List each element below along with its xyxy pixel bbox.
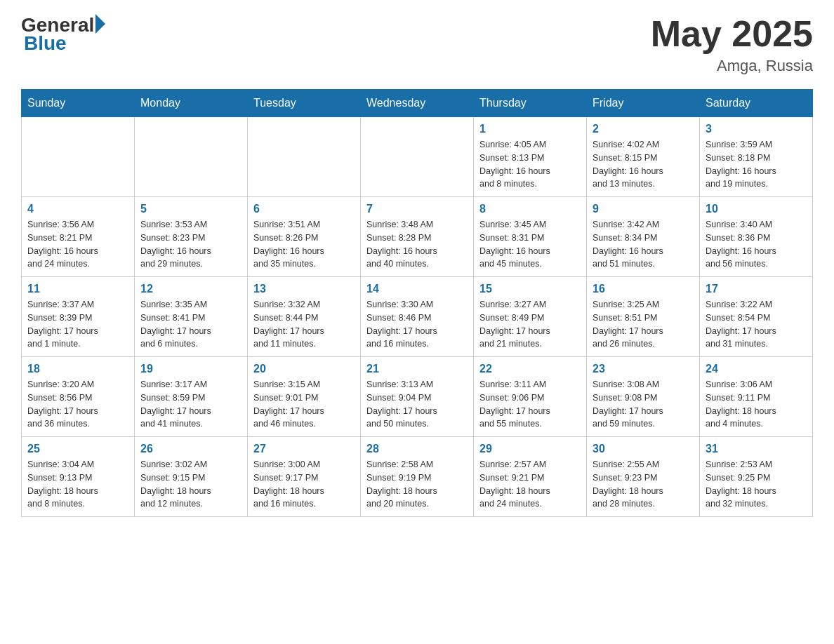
day-number-15: 15 <box>479 283 581 295</box>
day-cell-9: 9Sunrise: 3:42 AM Sunset: 8:34 PM Daylig… <box>587 197 700 277</box>
day-number-21: 21 <box>366 363 468 375</box>
week-row-2: 4Sunrise: 3:56 AM Sunset: 8:21 PM Daylig… <box>22 197 813 277</box>
day-info-26: Sunrise: 3:02 AM Sunset: 9:15 PM Dayligh… <box>140 458 241 511</box>
day-info-16: Sunrise: 3:25 AM Sunset: 8:51 PM Dayligh… <box>593 298 694 351</box>
day-info-4: Sunrise: 3:56 AM Sunset: 8:21 PM Dayligh… <box>27 218 128 271</box>
week-row-3: 11Sunrise: 3:37 AM Sunset: 8:39 PM Dayli… <box>22 277 813 357</box>
day-info-7: Sunrise: 3:48 AM Sunset: 8:28 PM Dayligh… <box>366 218 468 271</box>
column-header-friday: Friday <box>587 90 700 117</box>
day-cell-17: 17Sunrise: 3:22 AM Sunset: 8:54 PM Dayli… <box>700 277 813 357</box>
month-year-title: May 2025 <box>651 14 813 54</box>
day-number-24: 24 <box>706 363 807 375</box>
week-row-1: 1Sunrise: 4:05 AM Sunset: 8:13 PM Daylig… <box>22 117 813 197</box>
column-header-thursday: Thursday <box>474 90 587 117</box>
day-number-23: 23 <box>593 363 694 375</box>
week-row-5: 25Sunrise: 3:04 AM Sunset: 9:13 PM Dayli… <box>22 437 813 517</box>
day-info-12: Sunrise: 3:35 AM Sunset: 8:41 PM Dayligh… <box>140 298 241 351</box>
day-info-15: Sunrise: 3:27 AM Sunset: 8:49 PM Dayligh… <box>479 298 581 351</box>
day-cell-8: 8Sunrise: 3:45 AM Sunset: 8:31 PM Daylig… <box>474 197 587 277</box>
day-number-22: 22 <box>479 363 581 375</box>
logo-triangle-icon <box>95 14 105 34</box>
day-info-31: Sunrise: 2:53 AM Sunset: 9:25 PM Dayligh… <box>706 458 807 511</box>
day-cell-21: 21Sunrise: 3:13 AM Sunset: 9:04 PM Dayli… <box>361 357 474 437</box>
day-info-9: Sunrise: 3:42 AM Sunset: 8:34 PM Dayligh… <box>593 218 694 271</box>
day-number-4: 4 <box>27 203 128 215</box>
day-info-25: Sunrise: 3:04 AM Sunset: 9:13 PM Dayligh… <box>27 458 128 511</box>
column-header-saturday: Saturday <box>700 90 813 117</box>
calendar-header-row: SundayMondayTuesdayWednesdayThursdayFrid… <box>22 90 813 117</box>
column-header-sunday: Sunday <box>22 90 135 117</box>
day-cell-19: 19Sunrise: 3:17 AM Sunset: 8:59 PM Dayli… <box>135 357 248 437</box>
day-cell-22: 22Sunrise: 3:11 AM Sunset: 9:06 PM Dayli… <box>474 357 587 437</box>
week-row-4: 18Sunrise: 3:20 AM Sunset: 8:56 PM Dayli… <box>22 357 813 437</box>
day-cell-11: 11Sunrise: 3:37 AM Sunset: 8:39 PM Dayli… <box>22 277 135 357</box>
day-info-18: Sunrise: 3:20 AM Sunset: 8:56 PM Dayligh… <box>27 378 128 431</box>
empty-cell <box>22 117 135 197</box>
day-cell-26: 26Sunrise: 3:02 AM Sunset: 9:15 PM Dayli… <box>135 437 248 517</box>
logo-blue-text: Blue <box>24 32 67 55</box>
day-info-3: Sunrise: 3:59 AM Sunset: 8:18 PM Dayligh… <box>706 138 807 191</box>
day-info-19: Sunrise: 3:17 AM Sunset: 8:59 PM Dayligh… <box>140 378 241 431</box>
day-cell-29: 29Sunrise: 2:57 AM Sunset: 9:21 PM Dayli… <box>474 437 587 517</box>
day-info-27: Sunrise: 3:00 AM Sunset: 9:17 PM Dayligh… <box>253 458 355 511</box>
day-info-29: Sunrise: 2:57 AM Sunset: 9:21 PM Dayligh… <box>479 458 581 511</box>
day-info-22: Sunrise: 3:11 AM Sunset: 9:06 PM Dayligh… <box>479 378 581 431</box>
day-number-3: 3 <box>706 123 807 135</box>
day-number-10: 10 <box>706 203 807 215</box>
title-section: May 2025 Amga, Russia <box>651 14 813 75</box>
day-number-16: 16 <box>593 283 694 295</box>
day-info-20: Sunrise: 3:15 AM Sunset: 9:01 PM Dayligh… <box>253 378 355 431</box>
day-cell-7: 7Sunrise: 3:48 AM Sunset: 8:28 PM Daylig… <box>361 197 474 277</box>
day-number-14: 14 <box>366 283 468 295</box>
empty-cell <box>248 117 361 197</box>
column-header-monday: Monday <box>135 90 248 117</box>
page-header: General Blue May 2025 Amga, Russia <box>21 14 813 75</box>
day-info-28: Sunrise: 2:58 AM Sunset: 9:19 PM Dayligh… <box>366 458 468 511</box>
day-cell-20: 20Sunrise: 3:15 AM Sunset: 9:01 PM Dayli… <box>248 357 361 437</box>
day-info-14: Sunrise: 3:30 AM Sunset: 8:46 PM Dayligh… <box>366 298 468 351</box>
day-cell-13: 13Sunrise: 3:32 AM Sunset: 8:44 PM Dayli… <box>248 277 361 357</box>
empty-cell <box>361 117 474 197</box>
day-cell-30: 30Sunrise: 2:55 AM Sunset: 9:23 PM Dayli… <box>587 437 700 517</box>
day-cell-28: 28Sunrise: 2:58 AM Sunset: 9:19 PM Dayli… <box>361 437 474 517</box>
day-number-1: 1 <box>479 123 581 135</box>
day-cell-1: 1Sunrise: 4:05 AM Sunset: 8:13 PM Daylig… <box>474 117 587 197</box>
day-cell-25: 25Sunrise: 3:04 AM Sunset: 9:13 PM Dayli… <box>22 437 135 517</box>
day-number-18: 18 <box>27 363 128 375</box>
day-info-21: Sunrise: 3:13 AM Sunset: 9:04 PM Dayligh… <box>366 378 468 431</box>
day-number-20: 20 <box>253 363 355 375</box>
day-number-17: 17 <box>706 283 807 295</box>
day-cell-14: 14Sunrise: 3:30 AM Sunset: 8:46 PM Dayli… <box>361 277 474 357</box>
day-info-11: Sunrise: 3:37 AM Sunset: 8:39 PM Dayligh… <box>27 298 128 351</box>
day-info-2: Sunrise: 4:02 AM Sunset: 8:15 PM Dayligh… <box>593 138 694 191</box>
day-number-28: 28 <box>366 443 468 455</box>
empty-cell <box>135 117 248 197</box>
day-cell-10: 10Sunrise: 3:40 AM Sunset: 8:36 PM Dayli… <box>700 197 813 277</box>
calendar-table: SundayMondayTuesdayWednesdayThursdayFrid… <box>21 89 813 517</box>
day-cell-18: 18Sunrise: 3:20 AM Sunset: 8:56 PM Dayli… <box>22 357 135 437</box>
day-info-23: Sunrise: 3:08 AM Sunset: 9:08 PM Dayligh… <box>593 378 694 431</box>
day-info-30: Sunrise: 2:55 AM Sunset: 9:23 PM Dayligh… <box>593 458 694 511</box>
day-number-26: 26 <box>140 443 241 455</box>
day-info-24: Sunrise: 3:06 AM Sunset: 9:11 PM Dayligh… <box>706 378 807 431</box>
day-number-5: 5 <box>140 203 241 215</box>
day-cell-23: 23Sunrise: 3:08 AM Sunset: 9:08 PM Dayli… <box>587 357 700 437</box>
column-header-wednesday: Wednesday <box>361 90 474 117</box>
day-cell-31: 31Sunrise: 2:53 AM Sunset: 9:25 PM Dayli… <box>700 437 813 517</box>
day-cell-12: 12Sunrise: 3:35 AM Sunset: 8:41 PM Dayli… <box>135 277 248 357</box>
day-info-1: Sunrise: 4:05 AM Sunset: 8:13 PM Dayligh… <box>479 138 581 191</box>
day-number-25: 25 <box>27 443 128 455</box>
day-number-8: 8 <box>479 203 581 215</box>
day-number-30: 30 <box>593 443 694 455</box>
location-subtitle: Amga, Russia <box>651 57 813 75</box>
day-info-17: Sunrise: 3:22 AM Sunset: 8:54 PM Dayligh… <box>706 298 807 351</box>
day-info-8: Sunrise: 3:45 AM Sunset: 8:31 PM Dayligh… <box>479 218 581 271</box>
day-cell-16: 16Sunrise: 3:25 AM Sunset: 8:51 PM Dayli… <box>587 277 700 357</box>
day-cell-15: 15Sunrise: 3:27 AM Sunset: 8:49 PM Dayli… <box>474 277 587 357</box>
column-header-tuesday: Tuesday <box>248 90 361 117</box>
day-number-29: 29 <box>479 443 581 455</box>
day-info-5: Sunrise: 3:53 AM Sunset: 8:23 PM Dayligh… <box>140 218 241 271</box>
logo: General Blue <box>21 14 105 55</box>
day-number-13: 13 <box>253 283 355 295</box>
day-cell-4: 4Sunrise: 3:56 AM Sunset: 8:21 PM Daylig… <box>22 197 135 277</box>
